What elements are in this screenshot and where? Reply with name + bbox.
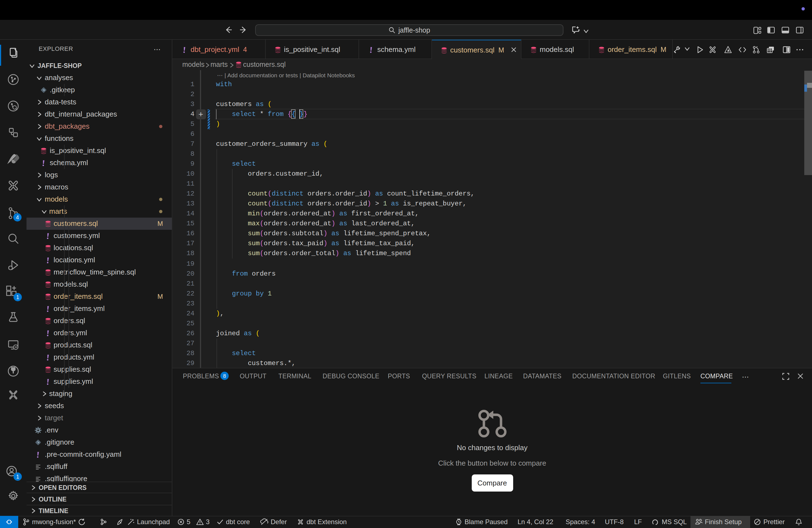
svg-text:4: 4 xyxy=(16,214,19,220)
svg-text:1: 1 xyxy=(16,474,19,480)
svg-text:1: 1 xyxy=(16,294,19,300)
